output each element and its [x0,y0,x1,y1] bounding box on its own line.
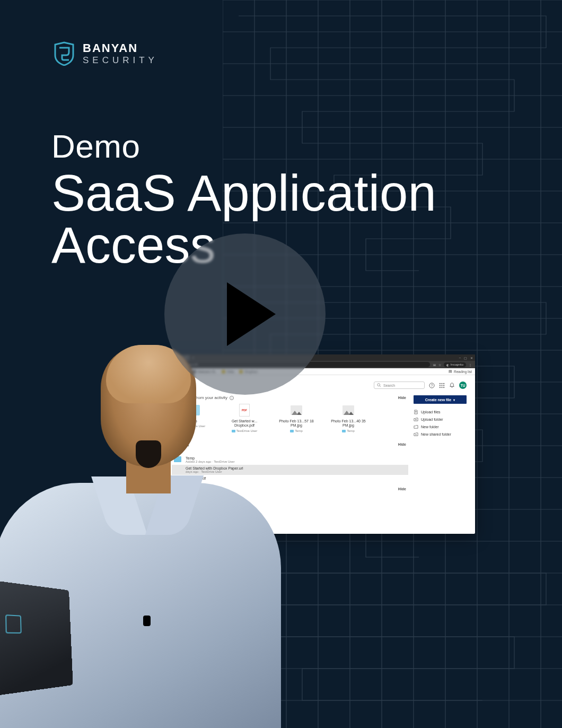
search-placeholder: Search [383,384,395,387]
brand-name: BANYAN [83,41,158,55]
play-button[interactable] [164,233,326,395]
hero-title-line1: SaaS Application [51,164,436,221]
shared-folder-icon [414,432,418,437]
hide-suggested-link[interactable]: Hide [398,396,406,400]
create-new-file-button[interactable]: Create new file ▾ [414,395,467,404]
svg-rect-9 [443,385,444,386]
suggested-tile-image[interactable]: Photo Feb 13...40 35PM.jpg Temp [330,404,367,432]
upload-folder-icon [414,417,418,422]
list-icon: ▤ [449,369,452,374]
chevron-down-icon: ▾ [453,398,455,402]
hide-link[interactable]: Hide [398,487,406,491]
avatar[interactable]: TU [459,382,467,389]
svg-point-0 [377,383,380,386]
svg-line-1 [380,386,381,387]
play-icon [227,282,276,346]
search-icon [377,383,381,388]
search-input[interactable]: Search [374,382,425,389]
apps-grid-icon[interactable] [439,383,445,388]
upload-folder-action[interactable]: Upload folder [414,415,467,423]
brand-logo: BANYAN SECURITY [53,41,158,66]
extension-icon[interactable]: ⊞ [433,363,436,367]
window-close-button[interactable]: ✕ [470,356,473,360]
image-icon [291,405,302,415]
svg-rect-8 [442,385,443,386]
svg-rect-12 [443,387,444,388]
incognito-icon: ◐ [446,363,449,367]
svg-text:?: ? [431,384,433,387]
svg-rect-10 [440,387,441,388]
upload-files-action[interactable]: Upload files [414,408,467,415]
help-icon[interactable]: ? [429,383,435,388]
window-minimize-button[interactable]: – [459,356,461,360]
svg-rect-11 [442,387,443,388]
star-icon[interactable]: ☆ [438,363,441,367]
svg-rect-6 [443,383,444,384]
new-folder-action[interactable]: New folder [414,423,467,430]
svg-rect-4 [440,383,441,384]
hero-label: Demo [51,127,436,165]
new-shared-folder-action[interactable]: New shared folder [414,430,467,438]
laptop [0,578,73,699]
folder-icon [414,424,418,429]
incognito-chip: ◐ Incognito [444,362,466,367]
window-maximize-button[interactable]: ▢ [464,356,467,360]
shield-icon [53,41,75,66]
upload-file-icon [414,410,418,414]
image-icon [343,405,354,415]
incognito-label: Incognito [451,363,463,366]
bell-icon[interactable] [449,383,455,388]
svg-rect-5 [442,383,443,384]
browser-menu-icon[interactable]: ⋮ [469,363,472,367]
lapel-mic-icon [143,616,151,626]
reading-list-button[interactable]: ▤ Reading list [449,369,472,374]
hide-recent-link[interactable]: Hide [398,443,406,446]
svg-point-13 [416,434,417,435]
svg-rect-7 [440,385,441,386]
laptop-logo-icon [5,614,22,634]
brand-subname: SECURITY [83,55,158,66]
